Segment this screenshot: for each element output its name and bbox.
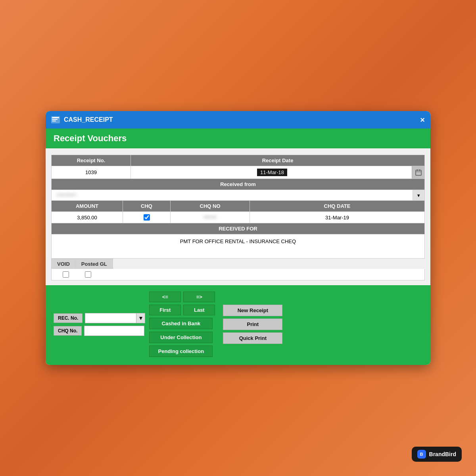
calendar-button[interactable] [412,166,424,178]
receipt-no-header: Receipt No. [52,155,131,166]
quick-print-button[interactable]: Quick Print [223,332,282,344]
first-button[interactable]: First [149,305,181,315]
field-group: REC. No. ▾ CHQ No. [54,313,145,336]
chq-no-field: CHQ No. [54,326,145,336]
nav-row-1: <= => [149,292,215,302]
receipt-date-highlight: 11-Mar-18 [257,169,287,176]
rec-no-dropdown[interactable]: ▾ [136,313,145,323]
void-checkbox[interactable] [63,271,69,278]
chq-date-header: CHQ DATE [250,201,424,211]
receipt-header-row: Receipt No. Receipt Date [52,155,424,166]
action-buttons: New Receipt Print Quick Print [223,305,282,344]
rec-no-input[interactable] [85,313,136,323]
page-title: Receipt Vouchers [54,133,422,144]
received-for-value-row: PMT FOR OFFICE RENTAL - INSURANCE CHEQ [52,234,424,258]
received-from-header-row: Received from [52,179,424,190]
void-tab[interactable]: VOID [51,259,75,269]
header-bar: Receipt Vouchers [46,129,430,148]
new-receipt-button[interactable]: New Receipt [223,305,282,316]
bottom-bar: REC. No. ▾ CHQ No. <= => F [46,285,430,365]
received-from-value-row: •••••••••••• ▾ [52,190,424,201]
main-window: CASH_RECEIPT × Receipt Vouchers Receipt … [46,111,430,365]
receipt-date-value: 11-Mar-18 [131,166,424,178]
received-from-text: •••••••••••• [56,192,76,198]
brandbird-label: BrandBird [429,451,456,457]
received-from-dropdown[interactable]: ▾ [413,190,424,200]
cashed-bank-button[interactable]: Cashed in Bank [149,318,213,329]
chq-checkbox-cell[interactable] [123,212,171,223]
nav-buttons: <= => First Last Cashed in Bank Under Co… [149,292,215,357]
under-collection-button[interactable]: Under Collection [149,332,213,343]
nav-row-2: First Last [149,305,215,315]
brandbird-icon: B [417,450,426,459]
pending-collection-button[interactable]: Pending collection [149,345,213,357]
svg-rect-3 [52,121,56,121]
nav-row-4: Under Collection [149,332,215,343]
chq-checkbox[interactable] [144,214,150,221]
chq-header: CHQ [123,201,171,211]
chq-no-label: CHQ No. [54,326,82,336]
rec-no-label: REC. No. [54,313,83,323]
prev-button[interactable]: <= [149,292,181,302]
svg-rect-4 [416,170,421,175]
nav-row-3: Cashed in Bank [149,318,215,329]
nav-row-5: Pending collection [149,345,215,357]
print-button[interactable]: Print [223,319,282,330]
chq-date-value: 31-Mar-19 [250,212,424,223]
columns-value-row: 3,850.00 •••••••• 31-Mar-19 [52,212,424,223]
form-area: Receipt No. Receipt Date 1039 11-Mar-18 [51,155,425,259]
brandbird-badge: B BrandBird [412,447,462,462]
receipt-no-value: 1039 [52,166,131,178]
bottom-controls: REC. No. ▾ CHQ No. <= => F [54,292,422,357]
window-title: CASH_RECEIPT [64,116,113,123]
svg-rect-1 [52,117,59,118]
chq-no-header: CHQ NO [171,201,250,211]
receipt-value-row: 1039 11-Mar-18 [52,166,424,179]
cash-receipt-icon [51,116,60,123]
columns-header-row: AMOUNT CHQ CHQ NO CHQ DATE [52,201,424,212]
rec-no-input-wrapper: ▾ [85,313,145,323]
title-bar: CASH_RECEIPT × [46,111,430,129]
received-for-text: PMT FOR OFFICE RENTAL - INSURANCE CHEQ [52,234,424,258]
chq-no-value: •••••••• [171,212,250,223]
svg-rect-2 [52,119,58,120]
tabs-row: VOID Posted GL [51,259,425,269]
received-from-value[interactable]: •••••••••••• ▾ [52,190,424,200]
received-from-header: Received from [52,179,424,190]
posted-gl-tab[interactable]: Posted GL [75,259,113,269]
amount-value: 3,850.00 [52,212,123,223]
chq-no-input[interactable] [84,326,144,336]
next-button[interactable]: => [183,292,215,302]
received-for-header-row: RECEIVED FOR [52,223,424,234]
received-for-header: RECEIVED FOR [52,223,424,234]
checkboxes-row [51,269,425,280]
chq-no-text: •••••••• [203,215,217,220]
last-button[interactable]: Last [183,305,215,315]
rec-no-field: REC. No. ▾ [54,313,145,323]
close-button[interactable]: × [420,116,425,124]
amount-header: AMOUNT [52,201,123,211]
receipt-date-header: Receipt Date [131,155,424,166]
posted-gl-checkbox[interactable] [85,271,91,278]
title-bar-left: CASH_RECEIPT [51,116,113,123]
